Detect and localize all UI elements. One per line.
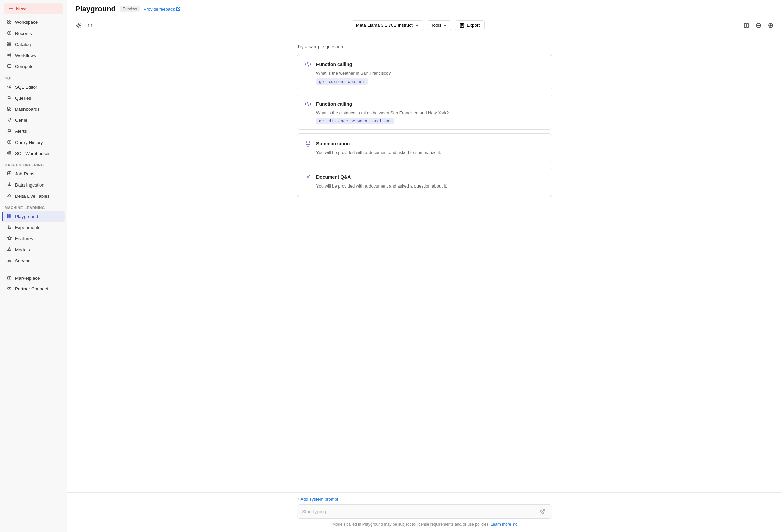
svg-rect-54 [747,24,748,28]
sidebar-item-queries[interactable]: Queries [2,93,65,103]
sql-editor-icon [7,84,12,90]
sidebar-recents-label: Recents [15,31,32,36]
sidebar-item-dashboards[interactable]: Dashboards [2,104,65,114]
svg-rect-24 [8,153,11,154]
toolbar: Meta Llama 3.1 70B Instruct Tools Ex [67,17,782,34]
sidebar-item-job-runs[interactable]: Job Runs [2,169,65,179]
add-system-prompt-label: + Add system prompt [297,497,338,502]
svg-rect-3 [10,20,11,22]
chat-input[interactable] [302,509,538,514]
content-inner: Try a sample question Function calling W… [297,44,552,200]
export-icon [460,23,464,28]
svg-rect-20 [10,109,11,110]
provide-feedback-link[interactable]: Provide feeback [144,7,180,12]
sidebar-item-genie[interactable]: Genie [2,115,65,125]
svg-rect-21 [8,110,9,111]
send-button[interactable] [538,508,547,515]
serving-icon [7,258,12,264]
sidebar: New Workspace Recents Catalog Workflows … [0,0,67,532]
external-link-icon [176,7,180,11]
sidebar-query-history-label: Query History [15,140,43,145]
svg-rect-33 [10,214,11,216]
card2-type: Function calling [316,101,352,107]
sidebar-item-delta-live-tables[interactable]: Delta Live Tables [2,191,65,201]
sample-card-function-calling-2[interactable]: Function calling What is the distance in… [297,93,552,130]
minimize-button[interactable] [754,22,763,30]
svg-point-45 [8,288,9,289]
sidebar-item-workspace[interactable]: Workspace [2,17,65,28]
new-button[interactable]: New [4,3,63,14]
sample-card-summarization[interactable]: Summarization You will be provided with … [297,133,552,163]
sidebar-marketplace-label: Marketplace [15,276,40,281]
sidebar-job-runs-label: Job Runs [15,172,34,177]
sample-card-function-calling-1[interactable]: Function calling What is the weather in … [297,54,552,90]
sidebar-experiments-label: Experiments [15,225,40,230]
add-system-prompt-button[interactable]: + Add system prompt [297,497,338,502]
sidebar-dashboards-label: Dashboards [15,107,40,112]
svg-point-46 [9,288,11,289]
tools-button[interactable]: Tools [427,21,452,30]
send-icon [539,508,546,515]
sidebar-item-recents[interactable]: Recents [2,28,65,39]
chevron-down-icon [415,24,419,28]
sidebar-item-playground[interactable]: Playground [2,211,65,222]
sidebar-delta-live-tables-label: Delta Live Tables [15,194,50,199]
features-icon [7,236,12,241]
svg-rect-32 [8,214,9,216]
sidebar-item-data-ingestion[interactable]: Data Ingestion [2,180,65,190]
genie-icon [7,117,12,123]
sidebar-item-marketplace[interactable]: Marketplace [2,273,65,283]
card1-description: What is the weather in San Francisco? [316,71,546,76]
card2-header: Function calling [304,99,546,109]
summarization-icon [304,139,313,148]
sidebar-workflows-label: Workflows [15,53,36,58]
sidebar-item-workflows[interactable]: Workflows [2,50,65,61]
card1-tag: get_current_weather [316,78,367,84]
sidebar-item-serving[interactable]: Serving [2,256,65,266]
export-button[interactable]: Export [455,21,485,30]
sidebar-item-query-history[interactable]: Query History [2,137,65,148]
sidebar-item-catalog[interactable]: Catalog [2,39,65,50]
svg-rect-18 [8,107,9,109]
expand-button[interactable] [766,22,775,30]
plus-icon [9,6,13,11]
sidebar-item-models[interactable]: Models [2,244,65,255]
model-select-button[interactable]: Meta Llama 3.1 70B Instruct [352,21,423,30]
svg-rect-34 [8,216,9,218]
svg-line-42 [9,249,11,250]
sidebar-item-compute[interactable]: Compute [2,62,65,72]
sample-question-title: Try a sample question [297,44,552,49]
queries-icon [7,95,12,101]
sidebar-sql-warehouses-label: SQL Warehouses [15,151,51,156]
sidebar-item-alerts[interactable]: Alerts [2,126,65,137]
sql-section-label: SQL [0,72,67,81]
model-name-label: Meta Llama 3.1 70B Instruct [356,23,413,28]
sidebar-compute-label: Compute [15,64,34,69]
sidebar-item-sql-editor[interactable]: SQL Editor [2,82,65,92]
sidebar-item-features[interactable]: Features [2,233,65,244]
sidebar-queries-label: Queries [15,96,31,101]
recents-icon [7,31,12,36]
marketplace-icon [7,275,12,281]
sidebar-item-experiments[interactable]: Experiments [2,222,65,233]
split-view-button[interactable] [742,22,751,30]
sidebar-sql-editor-label: SQL Editor [15,84,37,89]
sidebar-models-label: Models [15,247,30,252]
settings-button[interactable] [74,22,83,30]
compute-icon [7,64,12,69]
sidebar-workspace-label: Workspace [15,20,38,25]
chat-input-box [297,504,552,519]
sidebar-item-sql-warehouses[interactable]: SQL Warehouses [2,148,65,159]
learn-more-link[interactable]: Learn more [491,522,517,527]
sidebar-genie-label: Genie [15,118,27,123]
sidebar-item-partner-connect[interactable]: Partner Connect [2,284,65,294]
svg-marker-31 [8,194,11,197]
toolbar-right [742,22,775,30]
code-view-button[interactable] [85,22,95,30]
svg-line-17 [10,98,11,99]
svg-line-60 [308,63,309,67]
sidebar-partner-connect-label: Partner Connect [15,287,48,292]
workspace-icon [7,20,12,25]
svg-rect-5 [10,22,11,24]
sample-card-document-qa[interactable]: Document Q&A You will be provided with a… [297,167,552,197]
